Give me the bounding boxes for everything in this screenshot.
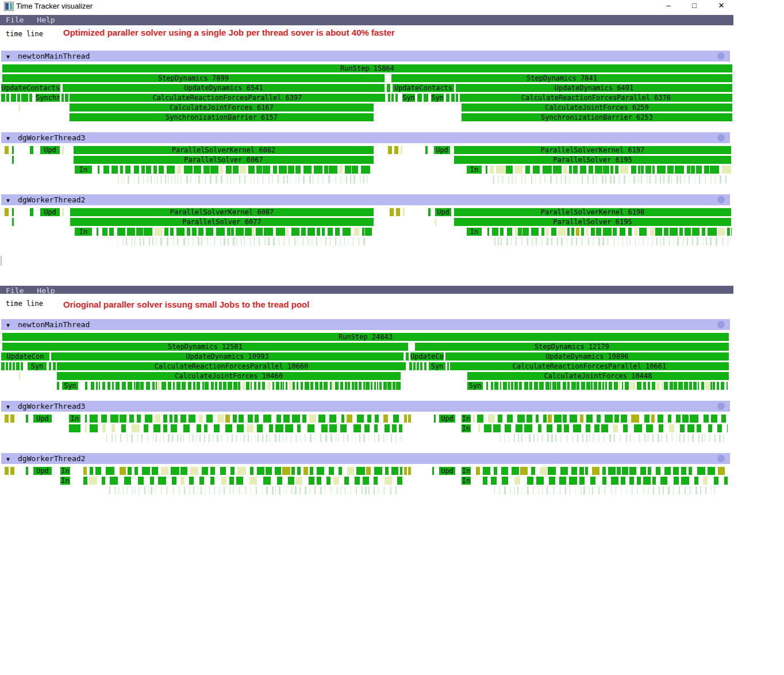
timeline-bar[interactable]: CalculateReactionForcesParallel 6397: [70, 94, 385, 102]
timeline-bar[interactable]: Upd: [439, 467, 455, 475]
timeline-bar[interactable]: RunStep 24843: [2, 333, 729, 341]
timeline-tick: [276, 415, 281, 423]
timeline-tick: [716, 237, 717, 246]
timeline-bar[interactable]: UpdateCon: [410, 352, 444, 360]
collapse-triangle-icon[interactable]: ▼: [6, 401, 10, 412]
timeline-bar[interactable]: UpdateDynamics 10993: [51, 352, 403, 360]
timeline-tick: [563, 166, 567, 174]
timeline-bar[interactable]: StepDynamics 7899: [2, 74, 385, 82]
close-button[interactable]: ✕: [712, 0, 731, 11]
timeline-tick: [659, 486, 660, 494]
timeline-bar[interactable]: In: [462, 415, 471, 423]
timeline-tick: [224, 237, 225, 246]
timeline-bar[interactable]: CalculateReactionForcesParallel 6376: [460, 94, 732, 102]
timeline-bar[interactable]: In: [462, 477, 471, 485]
timeline-bar[interactable]: StepDynamics 12179: [415, 343, 729, 351]
timeline-tick: [348, 237, 348, 246]
timeline-tick: [30, 208, 33, 216]
collapse-triangle-icon[interactable]: ▼: [6, 454, 10, 465]
timeline-bar[interactable]: In: [75, 166, 92, 174]
timeline-bar[interactable]: In: [60, 467, 70, 475]
maximize-button[interactable]: □: [685, 0, 704, 11]
timeline-bar[interactable]: RunStep 15864: [2, 64, 732, 72]
timeline-bar[interactable]: UpdateDynamics 6491: [456, 84, 732, 92]
timeline-tick: [434, 415, 436, 423]
timeline-bar[interactable]: Upd: [435, 208, 451, 216]
timeline-bar[interactable]: CalculateJointForces 6167: [70, 103, 374, 112]
thread-header-dgWorkerThread3[interactable]: ▼dgWorkerThread3: [1, 132, 730, 143]
timeline-bar[interactable]: UpdateDynamics 10896: [445, 352, 729, 360]
timeline-tick: [604, 486, 606, 494]
timeline-bar[interactable]: ParallelSolver 6067: [74, 156, 374, 164]
timeline-bar[interactable]: In: [462, 424, 471, 432]
timeline-bar[interactable]: Syn: [402, 94, 415, 102]
timeline-bar[interactable]: Upd: [33, 467, 52, 475]
menu-item-file[interactable]: File: [0, 286, 31, 294]
thread-header-dgWorkerThread3[interactable]: ▼dgWorkerThread3: [1, 401, 730, 412]
menu-item-file[interactable]: File: [0, 15, 31, 25]
timeline-bar[interactable]: UpdateCon: [1, 352, 49, 360]
timeline-bar[interactable]: Upd: [434, 146, 450, 154]
timeline-bar[interactable]: StepDynamics 12501: [2, 343, 408, 351]
timeline-bar[interactable]: UpdateContacts: [1, 84, 60, 92]
timeline-bar[interactable]: In: [462, 467, 471, 475]
timeline-bar[interactable]: Syn: [28, 362, 47, 370]
timeline-bar[interactable]: UpdateContacts: [393, 84, 454, 92]
timeline-bar[interactable]: Upd: [40, 208, 60, 216]
timeline-tick: [183, 434, 184, 442]
timeline-bar[interactable]: ParallelSolverKernel 6198: [454, 208, 731, 216]
timeline-bar[interactable]: CalculateJointForces 6259: [462, 103, 732, 112]
timeline-bar[interactable]: ParallelSolverKernel 6082: [74, 146, 374, 154]
timeline-bar[interactable]: ParallelSolver 6077: [70, 218, 374, 226]
timeline-bar[interactable]: UpdateDynamics 6541: [63, 84, 385, 92]
menu-item-help[interactable]: Help: [31, 286, 62, 294]
timeline-bar[interactable]: Upd: [439, 415, 455, 423]
menu-item-help[interactable]: Help: [31, 15, 62, 25]
timeline-bar[interactable]: SynchronizationBarrier 6253: [462, 113, 732, 121]
timeline-tick: [112, 382, 113, 390]
thread-header-newtonMainThread[interactable]: ▼newtonMainThread: [1, 51, 730, 62]
timeline-bar[interactable]: Upd: [40, 146, 60, 154]
timeline-tick: [170, 228, 173, 236]
timeline-bar[interactable]: Upd: [33, 415, 52, 423]
thread-header-dgWorkerThread2[interactable]: ▼dgWorkerThread2: [1, 453, 730, 464]
timeline-bar[interactable]: CalculateReactionForcesParallel 10660: [57, 362, 406, 370]
timeline-bar[interactable]: Synchr: [36, 94, 60, 102]
timeline-bar[interactable]: StepDynamics 7841: [391, 74, 732, 82]
timeline-bar[interactable]: In: [75, 228, 92, 236]
timeline-bar[interactable]: In: [467, 228, 482, 236]
timeline-tick: [182, 382, 186, 390]
timeline-bar[interactable]: In: [60, 477, 70, 485]
timeline-bar[interactable]: ParallelSolverKernel 6087: [70, 208, 374, 216]
timeline-bar[interactable]: ParallelSolver 6195: [454, 218, 731, 226]
minimize-button[interactable]: –: [659, 0, 678, 11]
timeline-tick: [141, 434, 143, 442]
timeline-tick: [198, 175, 199, 183]
timeline-tick: [609, 382, 612, 390]
timeline-bar[interactable]: Syn: [431, 94, 444, 102]
timeline-bar[interactable]: ParallelSolver 6195: [454, 156, 731, 164]
collapse-triangle-icon[interactable]: ▼: [6, 51, 10, 62]
collapse-triangle-icon[interactable]: ▼: [6, 195, 10, 206]
timeline-bar[interactable]: Syn: [429, 362, 445, 370]
timeline-bar[interactable]: CalculateJointForces 10460: [57, 372, 401, 380]
timeline-tick: [590, 477, 595, 485]
thread-header-dgWorkerThread2[interactable]: ▼dgWorkerThread2: [1, 194, 730, 205]
timeline-bar[interactable]: Syn: [467, 382, 483, 390]
timeline-bar[interactable]: ParallelSolverKernel 6197: [454, 146, 731, 154]
timeline-bar[interactable]: Syn: [62, 382, 78, 390]
timeline-bar[interactable]: In: [69, 415, 80, 423]
timeline-tick: [638, 175, 639, 183]
timeline-tick: [550, 175, 551, 183]
thread-header-newtonMainThread[interactable]: ▼newtonMainThread: [1, 319, 730, 330]
timeline-bar[interactable]: In: [467, 166, 482, 174]
timeline-bar[interactable]: CalculateJointForces 10448: [467, 372, 729, 380]
collapse-triangle-icon[interactable]: ▼: [6, 133, 10, 144]
timeline-bar[interactable]: CalculateReactionForcesParallel 10661: [450, 362, 729, 370]
timeline-bar[interactable]: SynchronizationBarrier 6157: [70, 113, 374, 121]
collapse-triangle-icon[interactable]: ▼: [6, 320, 10, 331]
timeline-tick: [152, 467, 158, 475]
timeline-tick: [359, 382, 362, 390]
timeline-tick: [586, 424, 590, 432]
timeline-tick: [95, 467, 101, 475]
